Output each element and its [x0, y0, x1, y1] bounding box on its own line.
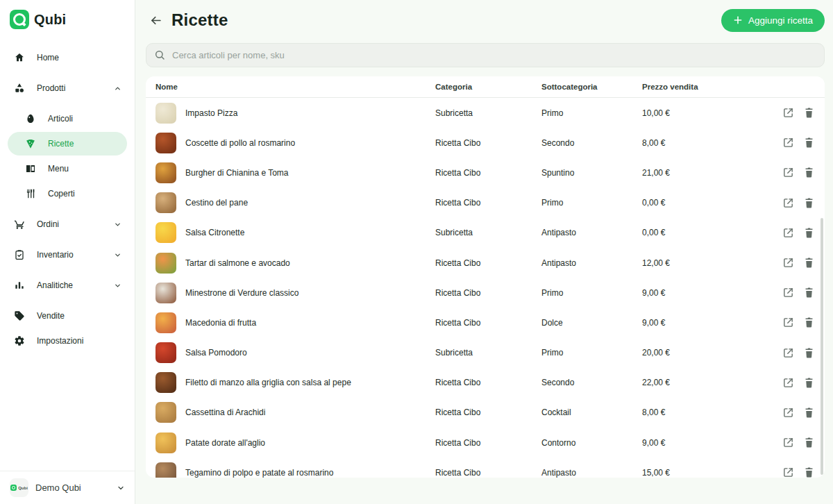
table-row[interactable]: Minestrone di Verdure classicoRicetta Ci… — [146, 278, 825, 308]
column-header-categoria: Categoria — [435, 83, 541, 91]
table-row[interactable]: Cassettina di ArachidiRicetta CiboCockta… — [146, 398, 825, 428]
delete-recipe-icon[interactable] — [803, 257, 815, 269]
sidebar-item-label: Coperti — [48, 189, 75, 199]
recipe-name: Tegamino di polpo e patate al rosmarino — [185, 468, 333, 478]
table-row[interactable]: Filetto di manzo alla griglia con salsa … — [146, 368, 825, 398]
row-actions — [782, 137, 815, 149]
recipe-subcategory: Primo — [541, 198, 642, 208]
recipe-subcategory: Antipasto — [541, 468, 642, 478]
open-recipe-icon[interactable] — [782, 287, 794, 299]
recipe-photo — [155, 432, 176, 453]
sidebar-item-articoli[interactable]: Articoli — [8, 107, 127, 131]
open-recipe-icon[interactable] — [782, 467, 794, 478]
recipe-photo — [155, 402, 176, 423]
open-recipe-icon[interactable] — [782, 137, 794, 149]
recipe-name-cell: Cestino del pane — [155, 192, 435, 213]
sidebar-item-vendite[interactable]: Vendite — [8, 304, 127, 328]
recipe-photo — [155, 342, 176, 363]
chevron-down-icon — [117, 484, 125, 492]
search-input[interactable] — [146, 43, 825, 67]
back-button[interactable] — [146, 10, 165, 30]
open-recipe-icon[interactable] — [782, 377, 794, 389]
open-recipe-icon[interactable] — [782, 257, 794, 269]
table-row[interactable]: Coscette di pollo al rosmarinoRicetta Ci… — [146, 128, 825, 158]
sidebar-item-label: Vendite — [37, 311, 65, 321]
delete-recipe-icon[interactable] — [803, 107, 815, 119]
table-row[interactable]: Salsa CitronetteSubricettaAntipasto0,00 … — [146, 218, 825, 248]
open-recipe-icon[interactable] — [782, 167, 794, 178]
column-header-prezzo: Prezzo vendita — [642, 83, 767, 91]
recipe-price: 21,00 € — [642, 168, 767, 178]
recipe-subcategory: Secondo — [541, 378, 642, 387]
delete-recipe-icon[interactable] — [803, 287, 815, 299]
table-row[interactable]: Patate dorate all'aglioRicetta CiboConto… — [146, 428, 825, 457]
scrollbar-thumb[interactable] — [821, 218, 823, 475]
row-actions — [782, 317, 815, 328]
chevron-down-icon — [114, 282, 121, 289]
open-recipe-icon[interactable] — [782, 227, 794, 239]
sidebar-item-prodotti[interactable]: Prodotti — [8, 76, 127, 100]
sidebar-item-coperti[interactable]: Coperti — [8, 182, 127, 205]
table-header-row: Nome Categoria Sottocategoria Prezzo ven… — [146, 76, 825, 98]
sidebar-item-label: Inventario — [37, 250, 74, 260]
delete-recipe-icon[interactable] — [803, 197, 815, 209]
recipe-category: Ricetta Cibo — [435, 168, 541, 178]
recipe-subcategory: Primo — [541, 348, 642, 358]
sidebar-item-inventario[interactable]: Inventario — [8, 243, 127, 267]
table-row[interactable]: Tartar di salmone e avocadoRicetta CiboA… — [146, 248, 825, 278]
recipe-price: 20,00 € — [642, 348, 767, 358]
sidebar-item-label: Articoli — [48, 114, 73, 124]
recipe-price: 9,00 € — [642, 318, 767, 328]
recipe-category: Ricetta Cibo — [435, 198, 541, 208]
recipe-price: 10,00 € — [642, 108, 767, 118]
open-recipe-icon[interactable] — [782, 317, 794, 328]
row-actions — [782, 227, 815, 239]
table-row[interactable]: Salsa PomodoroSubricettaPrimo20,00 € — [146, 338, 825, 368]
recipe-photo — [155, 103, 176, 124]
chevron-down-icon — [114, 221, 121, 228]
delete-recipe-icon[interactable] — [803, 407, 815, 419]
sidebar-item-ordini[interactable]: Ordini — [8, 212, 127, 236]
sidebar-item-impostazioni[interactable]: Impostazioni — [8, 329, 127, 353]
recipe-category: Ricetta Cibo — [435, 318, 541, 328]
delete-recipe-icon[interactable] — [803, 137, 815, 149]
recipe-name-cell: Tartar di salmone e avocado — [155, 253, 435, 274]
delete-recipe-icon[interactable] — [803, 437, 815, 448]
recipe-price: 8,00 € — [642, 138, 767, 148]
sidebar-item-menu[interactable]: Menu — [8, 157, 127, 180]
open-recipe-icon[interactable] — [782, 437, 794, 448]
sidebar-item-ricette[interactable]: Ricette — [8, 132, 127, 156]
sidebar-item-analitiche[interactable]: Analitiche — [8, 274, 127, 297]
recipe-subcategory: Primo — [541, 108, 642, 118]
row-actions — [782, 197, 815, 209]
table-row[interactable]: Impasto PizzaSubricettaPrimo10,00 € — [146, 98, 825, 128]
recipe-category: Ricetta Cibo — [435, 138, 541, 148]
table-row[interactable]: Tegamino di polpo e patate al rosmarinoR… — [146, 457, 825, 478]
sidebar-item-home[interactable]: Home — [8, 46, 127, 69]
recipe-price: 9,00 € — [642, 438, 767, 448]
open-recipe-icon[interactable] — [782, 197, 794, 209]
add-recipe-label: Aggiungi ricetta — [748, 15, 813, 26]
delete-recipe-icon[interactable] — [803, 347, 815, 359]
recipe-name: Salsa Citronette — [185, 228, 244, 237]
chevron-up-icon — [114, 85, 121, 92]
delete-recipe-icon[interactable] — [803, 227, 815, 239]
table-row[interactable]: Burgher di Chianina e TomaRicetta CiboSp… — [146, 158, 825, 187]
open-recipe-icon[interactable] — [782, 107, 794, 119]
table-row[interactable]: Macedonia di fruttaRicetta CiboDolce9,00… — [146, 308, 825, 337]
recipe-photo — [155, 283, 176, 303]
tag-icon — [13, 310, 25, 322]
row-actions — [782, 287, 815, 299]
recipe-photo — [155, 222, 176, 243]
delete-recipe-icon[interactable] — [803, 167, 815, 178]
delete-recipe-icon[interactable] — [803, 317, 815, 328]
search-bar — [146, 43, 825, 67]
open-recipe-icon[interactable] — [782, 407, 794, 419]
delete-recipe-icon[interactable] — [803, 377, 815, 389]
recipe-category: Ricetta Cibo — [435, 288, 541, 298]
add-recipe-button[interactable]: Aggiungi ricetta — [721, 9, 825, 32]
delete-recipe-icon[interactable] — [803, 467, 815, 478]
workspace-switcher[interactable]: Qubi Demo Qubi — [0, 471, 135, 504]
open-recipe-icon[interactable] — [782, 347, 794, 359]
table-row[interactable]: Cestino del paneRicetta CiboPrimo0,00 € — [146, 188, 825, 218]
